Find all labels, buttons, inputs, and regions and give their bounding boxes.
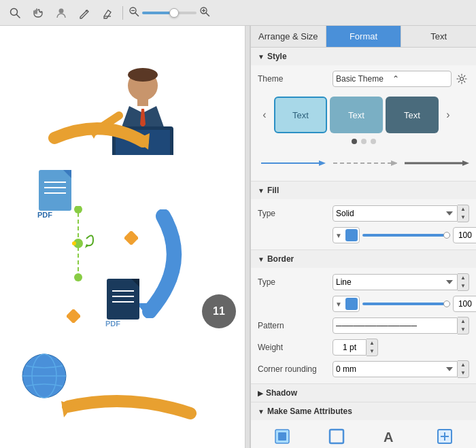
zoom-out-btn[interactable]	[129, 6, 139, 19]
fill-triangle: ▼	[258, 187, 265, 194]
border-type-select[interactable]: Line	[333, 274, 458, 290]
fill-type-control: Solid ▲ ▼	[333, 205, 469, 222]
svg-rect-20	[39, 170, 71, 211]
border-content: Type Line ▲ ▼	[251, 268, 476, 383]
fill-slider-wrap	[362, 234, 450, 237]
border-weight-up[interactable]: ▲	[367, 339, 377, 347]
fill-header[interactable]: ▼ Fill	[251, 182, 476, 199]
fill-type-down[interactable]: ▼	[458, 213, 469, 222]
border-header[interactable]: ▼ Border	[251, 250, 476, 268]
pen-tool[interactable]	[75, 3, 94, 22]
svg-line-8	[206, 13, 209, 16]
svg-rect-53	[278, 432, 286, 441]
toolbar	[0, 0, 476, 26]
style-card-medium[interactable]: Text	[330, 97, 383, 133]
corner-rounding-down[interactable]: ▼	[458, 369, 469, 377]
prev-style-btn[interactable]: ‹	[258, 109, 271, 121]
fill-opacity-slider[interactable]	[362, 234, 450, 237]
svg-line-5	[135, 13, 139, 16]
zoom-slider[interactable]	[142, 12, 197, 14]
make-same-text[interactable]: A Text Format	[367, 426, 415, 448]
line-previews	[251, 148, 476, 181]
style-card-light[interactable]: Text	[274, 97, 327, 133]
svg-point-2	[59, 8, 64, 13]
fill-opacity-value[interactable]	[453, 227, 476, 243]
line-preview-2[interactable]	[330, 153, 398, 173]
style-label: Style	[267, 52, 287, 61]
panel-divider[interactable]	[245, 26, 250, 448]
shadow-triangle: ▶	[258, 390, 263, 397]
border-weight-down[interactable]: ▼	[367, 347, 377, 356]
border-color-swatch[interactable]	[345, 298, 358, 310]
zoom-in-btn[interactable]	[199, 6, 210, 19]
next-style-btn[interactable]: ›	[441, 109, 455, 121]
make-same-fill[interactable]: Fill	[258, 426, 307, 448]
line-row-1	[258, 151, 469, 175]
border-color-arrow: ▼	[333, 300, 344, 308]
corner-rounding-select[interactable]: 0 mm	[333, 361, 458, 377]
gear-btn[interactable]	[454, 71, 469, 86]
border-section: ▼ Border Type Line ▲ ▼	[251, 250, 476, 384]
line-preview-1[interactable]	[258, 153, 326, 173]
border-pattern-control: ────────────── ▲ ▼	[333, 317, 469, 334]
orange-arrow-bottom	[61, 386, 197, 443]
svg-marker-49	[391, 160, 398, 166]
border-pattern-up[interactable]: ▲	[458, 317, 469, 326]
border-type-down[interactable]: ▼	[458, 282, 469, 290]
fill-content: Type Solid ▲ ▼ ▼	[251, 199, 476, 249]
fill-color-swatch[interactable]	[345, 229, 358, 241]
svg-text:PDF: PDF	[37, 211, 52, 219]
select-tool[interactable]	[52, 3, 71, 22]
search-tool[interactable]	[5, 3, 24, 22]
badge: 11	[202, 294, 236, 328]
make-same-triangle: ▼	[258, 408, 265, 415]
fill-color-row: ▼ % ▲ ▼	[258, 226, 469, 244]
right-panel: Arrange & Size Format Text ▼ Style Theme…	[250, 26, 476, 448]
border-type-up[interactable]: ▲	[458, 274, 469, 282]
border-pattern-select[interactable]: ──────────────	[333, 317, 458, 334]
diamond-2	[67, 309, 80, 325]
corner-rounding-label: Corner rounding	[258, 364, 333, 374]
eraser-tool[interactable]	[98, 3, 117, 22]
style-section: ▼ Style Theme Basic Theme ⌃	[251, 48, 476, 182]
make-same-all[interactable]: All	[420, 426, 469, 448]
separator-1	[122, 6, 123, 20]
fill-type-select[interactable]: Solid	[333, 205, 458, 222]
canvas[interactable]: PDF	[0, 26, 245, 448]
theme-value: Basic Theme	[336, 74, 392, 84]
line-preview-3[interactable]	[401, 153, 469, 173]
style-header[interactable]: ▼ Style	[251, 48, 476, 65]
svg-line-1	[17, 14, 20, 18]
make-same-label: Make Same Attributes	[267, 407, 352, 416]
fill-icon	[271, 426, 293, 447]
pdf-doc-bottom[interactable]: PDF	[105, 277, 146, 330]
border-type-row: Type Line ▲ ▼	[258, 273, 469, 291]
theme-dropdown-btn[interactable]: ⌃	[392, 74, 449, 84]
theme-select[interactable]: Basic Theme ⌃	[333, 71, 452, 87]
border-pattern-down[interactable]: ▼	[458, 326, 469, 334]
make-same-border[interactable]: Border	[312, 426, 361, 448]
tab-format[interactable]: Format	[326, 26, 402, 47]
tab-arrange[interactable]: Arrange & Size	[251, 26, 326, 47]
fill-type-up[interactable]: ▲	[458, 205, 469, 213]
dot-3	[371, 139, 376, 144]
svg-rect-33	[107, 279, 139, 320]
svg-rect-13	[137, 98, 148, 106]
svg-point-29	[74, 273, 82, 281]
style-card-dark[interactable]: Text	[386, 97, 439, 133]
border-color-dropdown[interactable]: ▼	[333, 296, 360, 312]
border-weight-input[interactable]	[333, 339, 367, 356]
corner-rounding-spinner: ▲ ▼	[458, 360, 469, 378]
make-same-header[interactable]: ▼ Make Same Attributes	[251, 402, 476, 420]
svg-marker-47	[319, 160, 326, 166]
shadow-section[interactable]: ▶ Shadow	[251, 384, 476, 402]
border-opacity-slider[interactable]	[362, 303, 450, 305]
orange-arrow-top	[34, 114, 156, 171]
fill-color-dropdown[interactable]: ▼	[333, 227, 360, 243]
border-opacity-value[interactable]	[453, 296, 476, 312]
fill-type-label: Type	[258, 209, 333, 218]
hand-tool[interactable]	[29, 3, 48, 22]
svg-marker-51	[462, 160, 469, 166]
tab-text[interactable]: Text	[401, 26, 476, 47]
corner-rounding-up[interactable]: ▲	[458, 361, 469, 369]
